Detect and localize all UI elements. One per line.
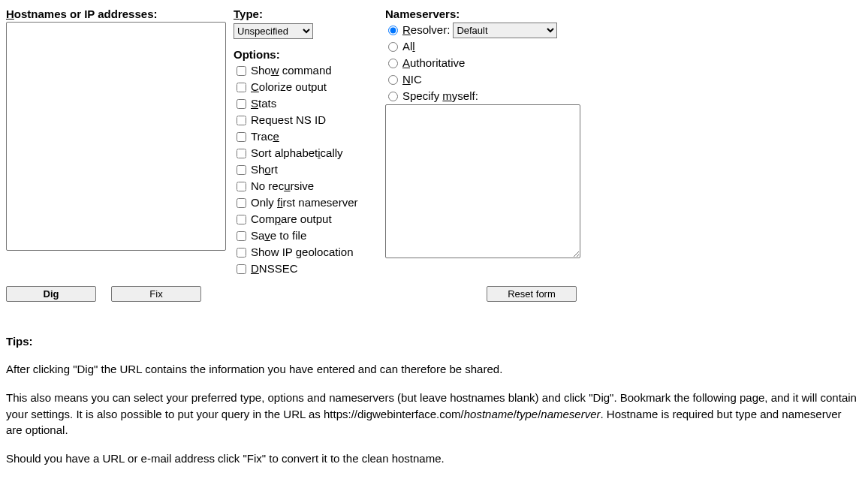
option-label: Show command — [251, 62, 332, 79]
type-select[interactable]: Unspecified — [234, 23, 313, 39]
option-label: Request NS ID — [251, 112, 326, 128]
option-label: Save to file — [251, 227, 306, 244]
option-row: Stats — [234, 95, 376, 112]
option-checkbox[interactable] — [237, 83, 246, 92]
ns-myself-label: Specify myself: — [402, 88, 478, 104]
option-checkbox[interactable] — [237, 66, 246, 76]
option-row: Short — [234, 161, 376, 178]
option-label: Only first nameserver — [251, 194, 358, 211]
option-checkbox[interactable] — [237, 116, 246, 125]
option-row: DNSSEC — [234, 261, 376, 277]
option-row: Colorize output — [234, 79, 376, 95]
option-row: Save to file — [234, 227, 376, 244]
ns-all-radio[interactable] — [388, 42, 398, 52]
ns-myself-radio[interactable] — [388, 92, 398, 101]
ns-resolver-radio[interactable] — [388, 26, 398, 35]
ns-auth-label: Authoritative — [402, 55, 465, 71]
option-checkbox[interactable] — [237, 231, 246, 241]
option-row: Show IP geolocation — [234, 244, 376, 261]
tips-p1: After clicking "Dig" the URL contains th… — [6, 361, 858, 378]
hostnames-label: Hostnames or IP addresses: — [6, 6, 228, 22]
option-label: Trace — [251, 128, 279, 145]
option-row: Show command — [234, 62, 376, 79]
option-row: Trace — [234, 128, 376, 145]
option-row: Only first nameserver — [234, 194, 376, 211]
ns-myself-input[interactable] — [385, 104, 580, 258]
option-label: Show IP geolocation — [251, 244, 354, 261]
dig-button[interactable]: Dig — [6, 286, 96, 302]
option-row: No recursive — [234, 178, 376, 194]
option-label: Stats — [251, 95, 276, 112]
hostnames-input[interactable] — [6, 22, 226, 251]
option-checkbox[interactable] — [237, 132, 246, 142]
option-row: Compare output — [234, 211, 376, 227]
option-label: No recursive — [251, 178, 314, 194]
type-label: Type: — [234, 6, 376, 22]
ns-resolver-label: Resolver: — [402, 22, 450, 38]
ns-nic-radio[interactable] — [388, 75, 398, 85]
option-label: Compare output — [251, 211, 332, 227]
option-checkbox[interactable] — [237, 248, 246, 258]
option-label: Sort alphabetically — [251, 145, 343, 161]
option-checkbox[interactable] — [237, 264, 246, 274]
ns-resolver-select[interactable]: Default — [453, 23, 557, 38]
tips-p3: Should you have a URL or e-mail address … — [6, 450, 858, 467]
option-checkbox[interactable] — [237, 165, 246, 175]
option-checkbox[interactable] — [237, 149, 246, 158]
option-checkbox[interactable] — [237, 99, 246, 109]
option-row: Request NS ID — [234, 112, 376, 128]
option-checkbox[interactable] — [237, 215, 246, 224]
option-checkbox[interactable] — [237, 182, 246, 191]
ns-all-label: All — [402, 38, 415, 55]
option-row: Sort alphabetically — [234, 145, 376, 161]
option-label: Short — [251, 161, 278, 178]
options-label: Options: — [234, 47, 376, 62]
option-label: DNSSEC — [251, 261, 298, 277]
option-label: Colorize output — [251, 79, 327, 95]
ns-auth-radio[interactable] — [388, 59, 398, 68]
reset-form-button[interactable]: Reset form — [487, 286, 577, 302]
nameservers-label: Nameservers: — [385, 6, 582, 22]
fix-button[interactable]: Fix — [111, 286, 201, 302]
tips-p2: This also means you can select your pref… — [6, 390, 858, 438]
option-checkbox[interactable] — [237, 198, 246, 208]
ns-nic-label: NIC — [402, 71, 422, 88]
tips-heading: Tips: — [6, 333, 858, 349]
